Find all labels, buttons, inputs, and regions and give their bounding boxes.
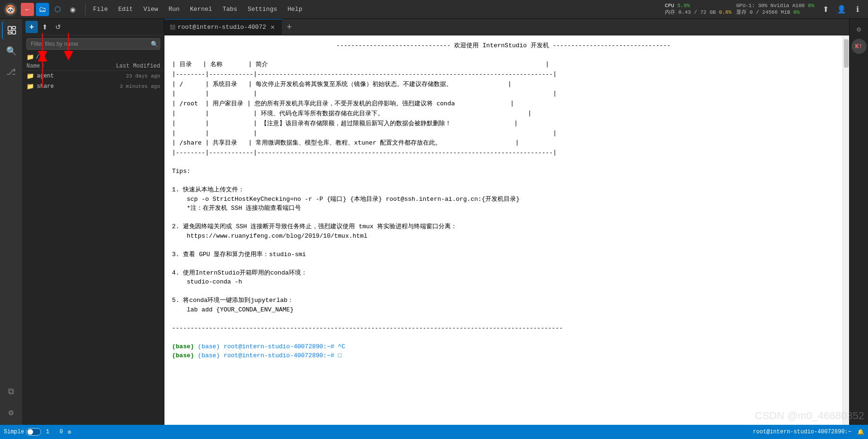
info-icon-btn[interactable]: ℹ bbox=[851, 3, 864, 16]
toggle-thumb bbox=[27, 429, 33, 435]
status-bar: Simple 1 0 ⚙ root@intern-studio-40072890… bbox=[0, 425, 868, 439]
system-stats: CPU 5.9% 内存 0.43 / 72 GB 0.6% GPU-1: 30%… bbox=[665, 3, 814, 16]
col-modified-header: Last Modified bbox=[99, 63, 160, 69]
status-right: root@intern-studio-40072890:~ 🔔 bbox=[753, 429, 864, 436]
menu-view[interactable]: View bbox=[138, 4, 163, 15]
search-box: 🔍 bbox=[26, 38, 160, 50]
simple-label: Simple bbox=[4, 429, 24, 435]
upload-icon-btn[interactable]: ⬆ bbox=[819, 3, 832, 16]
col-name-header[interactable]: Name ↑ bbox=[26, 63, 99, 69]
svg-rect-5 bbox=[8, 32, 11, 34]
file-name-agent: agent bbox=[37, 73, 99, 79]
activity-git-icon[interactable]: ⎇ bbox=[2, 62, 21, 81]
file-list: 📁 agent 23 days ago 📁 share 3 minutes ag… bbox=[23, 71, 164, 425]
line-indicator: 1 0 bbox=[46, 429, 63, 435]
right-split-icon[interactable]: K! bbox=[851, 39, 867, 54]
app-logo: 🐼 bbox=[4, 3, 17, 16]
status-left: Simple 1 0 ⚙ bbox=[4, 428, 71, 436]
tab-bar: ⬛ root@intern-studio-40072 ✕ + bbox=[164, 19, 849, 35]
new-folder-btn[interactable]: + bbox=[26, 21, 38, 33]
file-modified-share: 3 minutes ago bbox=[99, 84, 160, 89]
tab-close-btn[interactable]: ✕ bbox=[269, 24, 276, 31]
activity-explorer-icon[interactable] bbox=[2, 21, 21, 40]
file-explorer-sidebar: + ⬆ ↺ 🔍 📁 / Name ↑ Last Modified bbox=[23, 19, 164, 425]
svg-rect-4 bbox=[12, 30, 16, 34]
debug-icon-btn[interactable]: ◉ bbox=[66, 3, 79, 16]
mem-stat: 内存 0.43 / 72 GB 0.6% bbox=[665, 9, 731, 16]
svg-rect-3 bbox=[12, 26, 16, 29]
folder-icon-agent: 📁 bbox=[26, 72, 34, 80]
vram-stat: 显存 0 / 24566 MiB 0% bbox=[736, 9, 799, 16]
activity-bar: 🔍 ⎇ ⧉ ⚙ bbox=[0, 19, 23, 425]
menu-kernel[interactable]: Kernel bbox=[185, 4, 217, 15]
back-icon-btn[interactable]: ← bbox=[21, 3, 34, 16]
tab-label: root@intern-studio-40072 bbox=[178, 24, 266, 31]
status-right-text: root@intern-studio-40072890:~ bbox=[753, 429, 851, 435]
cpu-stat-label: CPU 5.9% bbox=[665, 3, 690, 9]
scrollbar[interactable] bbox=[842, 35, 849, 425]
file-name-share: share bbox=[37, 83, 99, 90]
editor-area: ⬛ root@intern-studio-40072 ✕ + ---------… bbox=[164, 19, 849, 425]
tips-section: Tips: 1. 快速从本地上传文件： scp -o StrictHostKey… bbox=[172, 167, 835, 324]
top-left-icon-group: ← 🗂 ⬡ ◉ bbox=[21, 3, 79, 16]
menu-settings[interactable]: Settings bbox=[243, 4, 282, 15]
top-right-icons: ⬆ 👤 ℹ bbox=[819, 3, 864, 16]
menu-file[interactable]: File bbox=[88, 4, 112, 15]
refresh-btn[interactable]: ↺ bbox=[52, 21, 64, 33]
terminal-table: | 目录 | 名称 | 简介 | |--------|------------|… bbox=[172, 60, 835, 158]
menu-tabs[interactable]: Tabs bbox=[218, 4, 242, 15]
activity-search-icon[interactable]: 🔍 bbox=[2, 42, 21, 60]
svg-text:🐼: 🐼 bbox=[7, 6, 15, 14]
file-modified-agent: 23 days ago bbox=[99, 73, 160, 79]
main-layout: 🔍 ⎇ ⧉ ⚙ + ⬆ ↺ 🔍 📁 / Na bbox=[0, 19, 868, 425]
bell-icon[interactable]: 🔔 bbox=[857, 429, 864, 436]
separator-1 bbox=[85, 4, 86, 15]
prompt-line-1: (base) (base) root@intern-studio-4007289… bbox=[172, 342, 835, 352]
sidebar-toolbar: + ⬆ ↺ bbox=[23, 19, 164, 35]
tab-dot: ⬛ bbox=[170, 25, 175, 30]
settings-icon-status[interactable]: ⚙ bbox=[68, 429, 71, 436]
right-settings-icon[interactable]: ⚙ bbox=[852, 23, 866, 36]
explorer-icon-btn[interactable]: 🗂 bbox=[36, 3, 49, 16]
terminal-line-0: ------------------------------- 欢迎使用 Int… bbox=[172, 41, 835, 51]
upload-file-btn[interactable]: ⬆ bbox=[39, 21, 51, 33]
activity-extensions-icon[interactable]: ⧉ bbox=[2, 382, 21, 401]
terminal-separator: ----------------------------------------… bbox=[172, 324, 835, 333]
simple-toggle[interactable]: Simple bbox=[4, 428, 41, 436]
search-submit-btn[interactable]: 🔍 bbox=[151, 41, 158, 48]
file-table-header: Name ↑ Last Modified bbox=[23, 62, 164, 71]
new-tab-btn[interactable]: + bbox=[283, 20, 296, 34]
menu-edit[interactable]: Edit bbox=[113, 4, 138, 15]
right-sidebar: ⚙ K! bbox=[849, 19, 868, 425]
folder-icon-share: 📁 bbox=[26, 83, 34, 90]
file-item-share[interactable]: 📁 share 3 minutes ago bbox=[23, 81, 164, 92]
toggle-track bbox=[26, 428, 41, 436]
svg-rect-2 bbox=[8, 26, 11, 31]
filter-files-input[interactable] bbox=[26, 38, 160, 50]
avatar-icon-btn[interactable]: 👤 bbox=[835, 3, 848, 16]
menu-help[interactable]: Help bbox=[283, 4, 307, 15]
prompt-line-2: (base) (base) root@intern-studio-4007289… bbox=[172, 351, 835, 361]
breadcrumb: 📁 / bbox=[23, 52, 164, 62]
activity-settings-icon[interactable]: ⚙ bbox=[2, 403, 21, 422]
tab-terminal[interactable]: ⬛ root@intern-studio-40072 ✕ bbox=[164, 19, 283, 35]
vscode-icon-btn[interactable]: ⬡ bbox=[51, 3, 64, 16]
menu-run[interactable]: Run bbox=[164, 4, 184, 15]
gpu-stat: GPU-1: 30% Nvidia A100 0% bbox=[736, 3, 814, 9]
file-item-agent[interactable]: 📁 agent 23 days ago bbox=[23, 71, 164, 81]
terminal-output[interactable]: ------------------------------- 欢迎使用 Int… bbox=[164, 35, 842, 425]
menu-bar: 🐼 ← 🗂 ⬡ ◉ File Edit View Run Kernel Tabs… bbox=[0, 0, 868, 19]
